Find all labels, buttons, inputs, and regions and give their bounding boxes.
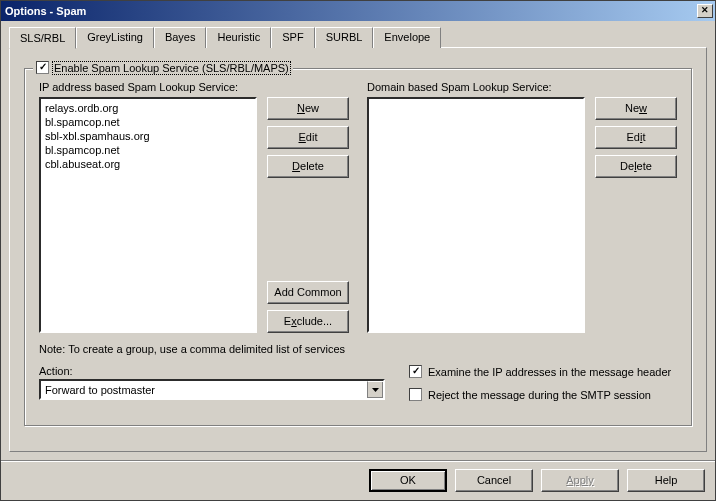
domain-listbox[interactable] — [367, 97, 585, 333]
ip-exclude-button[interactable]: Exclude... — [267, 310, 349, 333]
group-note: Note: To create a group, use a comma del… — [39, 343, 677, 355]
ip-delete-button[interactable]: Delete — [267, 155, 349, 178]
examine-row[interactable]: Examine the IP addresses in the message … — [409, 365, 671, 378]
enable-sls-label: Enable Spam Lookup Service (SLS/RBL/MAPS… — [53, 62, 290, 74]
ip-add-common-button[interactable]: Add Common — [267, 281, 349, 304]
titlebar[interactable]: Options - Spam ✕ — [1, 1, 715, 21]
tab-panel: Enable Spam Lookup Service (SLS/RBL/MAPS… — [9, 47, 707, 452]
ip-edit-button[interactable]: Edit — [267, 126, 349, 149]
domain-column: Domain based Spam Lookup Service: New Ed… — [367, 81, 677, 333]
list-item[interactable]: cbl.abuseat.org — [45, 157, 251, 171]
enable-sls-checkbox[interactable] — [36, 61, 49, 74]
cancel-button[interactable]: Cancel — [455, 469, 533, 492]
reject-checkbox[interactable] — [409, 388, 422, 401]
action-label: Action: — [39, 365, 385, 377]
enable-sls-legend[interactable]: Enable Spam Lookup Service (SLS/RBL/MAPS… — [33, 61, 293, 74]
ip-listbox[interactable]: relays.ordb.org bl.spamcop.net sbl-xbl.s… — [39, 97, 257, 333]
domain-edit-button[interactable]: Edit — [595, 126, 677, 149]
action-value: Forward to postmaster — [41, 384, 367, 396]
sls-fieldset: Enable Spam Lookup Service (SLS/RBL/MAPS… — [24, 68, 692, 426]
dialog-footer: OK Cancel Apply Help — [1, 460, 715, 500]
reject-label: Reject the message during the SMTP sessi… — [428, 389, 651, 401]
list-item[interactable]: bl.spamcop.net — [45, 143, 251, 157]
list-item[interactable]: bl.spamcop.net — [45, 115, 251, 129]
svg-marker-0 — [372, 388, 379, 392]
tab-spf[interactable]: SPF — [271, 27, 314, 48]
ip-column: IP address based Spam Lookup Service: re… — [39, 81, 349, 333]
domain-list-label: Domain based Spam Lookup Service: — [367, 81, 677, 93]
tab-bayes[interactable]: Bayes — [154, 27, 207, 48]
ip-list-label: IP address based Spam Lookup Service: — [39, 81, 349, 93]
examine-checkbox[interactable] — [409, 365, 422, 378]
apply-button[interactable]: Apply — [541, 469, 619, 492]
chevron-down-icon[interactable] — [367, 381, 383, 398]
list-item[interactable]: sbl-xbl.spamhaus.org — [45, 129, 251, 143]
list-item[interactable]: relays.ordb.org — [45, 101, 251, 115]
options-window: Options - Spam ✕ SLS/RBL GreyListing Bay… — [0, 0, 716, 501]
ip-new-button[interactable]: New — [267, 97, 349, 120]
tab-surbl[interactable]: SURBL — [315, 27, 374, 48]
help-button[interactable]: Help — [627, 469, 705, 492]
client-area: SLS/RBL GreyListing Bayes Heuristic SPF … — [1, 21, 715, 460]
domain-delete-button[interactable]: Delete — [595, 155, 677, 178]
action-dropdown[interactable]: Forward to postmaster — [39, 379, 385, 400]
examine-label: Examine the IP addresses in the message … — [428, 366, 671, 378]
reject-row[interactable]: Reject the message during the SMTP sessi… — [409, 388, 671, 401]
option-checks: Examine the IP addresses in the message … — [409, 365, 671, 411]
tab-heuristic[interactable]: Heuristic — [206, 27, 271, 48]
tabstrip: SLS/RBL GreyListing Bayes Heuristic SPF … — [9, 27, 707, 48]
domain-new-button[interactable]: New — [595, 97, 677, 120]
window-title: Options - Spam — [5, 5, 86, 17]
tab-sls-rbl[interactable]: SLS/RBL — [9, 27, 76, 49]
tab-greylisting[interactable]: GreyListing — [76, 27, 154, 48]
ok-button[interactable]: OK — [369, 469, 447, 492]
close-icon[interactable]: ✕ — [697, 4, 713, 18]
tab-envelope[interactable]: Envelope — [373, 27, 441, 48]
